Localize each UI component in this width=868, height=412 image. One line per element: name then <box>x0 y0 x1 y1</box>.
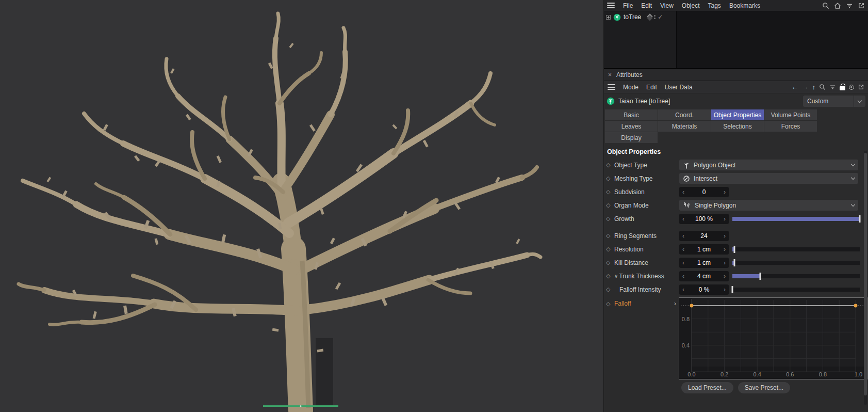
trunk-thickness-spinner[interactable]: ‹ 4 cm › <box>679 271 729 281</box>
attributes-hamburger-icon[interactable] <box>608 84 615 90</box>
key-diamond-icon[interactable]: ◇ <box>606 273 614 279</box>
lock-icon[interactable] <box>840 86 845 90</box>
resolution-slider-handle[interactable] <box>733 246 735 253</box>
spin-left-icon[interactable]: ‹ <box>682 215 684 223</box>
tab-volume-points[interactable]: Volume Points <box>764 109 817 120</box>
ring-segments-spinner[interactable]: ‹ 24 › <box>679 231 729 241</box>
tab-display[interactable]: Display <box>605 132 658 143</box>
submenu-arrow-icon[interactable]: › <box>674 299 676 307</box>
search-icon[interactable] <box>822 2 829 9</box>
attr-popout-icon[interactable] <box>858 84 864 90</box>
curve-point-start[interactable] <box>690 304 694 308</box>
expand-icon[interactable] <box>606 15 611 20</box>
menu-tags[interactable]: Tags <box>708 2 721 9</box>
filter-icon[interactable] <box>846 2 853 9</box>
layer-icon[interactable] <box>647 13 653 19</box>
tab-selections[interactable]: Selections <box>711 121 764 132</box>
growth-spinner[interactable]: ‹ 100 % › <box>679 214 729 224</box>
menu-mode[interactable]: Mode <box>623 84 638 91</box>
spin-right-icon[interactable]: › <box>724 232 726 240</box>
attr-filter-icon[interactable] <box>829 84 836 90</box>
object-manager-column-divider[interactable] <box>676 11 677 68</box>
enabled-check-icon[interactable]: ✓ <box>658 13 663 21</box>
kill-distance-spinner[interactable]: ‹ 1 cm › <box>679 258 729 268</box>
spin-left-icon[interactable]: ‹ <box>682 232 684 240</box>
menu-attr-edit[interactable]: Edit <box>646 84 657 91</box>
tab-leaves[interactable]: Leaves <box>605 121 658 132</box>
falloff-curve-editor[interactable]: 0.8 0.4 0.0 0.2 0.4 0.6 0.8 1.0 <box>679 297 867 379</box>
menu-view[interactable]: View <box>660 2 674 9</box>
falloff-intensity-value[interactable]: 0 % <box>699 286 710 293</box>
trunk-thickness-slider-handle[interactable] <box>760 273 761 280</box>
close-icon[interactable]: × <box>608 71 612 78</box>
menu-file[interactable]: File <box>623 2 633 9</box>
spin-left-icon[interactable]: ‹ <box>682 273 684 280</box>
falloff-intensity-slider[interactable] <box>732 288 860 292</box>
kill-distance-slider-handle[interactable] <box>733 259 735 266</box>
spin-right-icon[interactable]: › <box>724 259 726 266</box>
back-arrow-icon[interactable]: ← <box>792 83 798 91</box>
spin-right-icon[interactable]: › <box>724 246 726 253</box>
growth-value[interactable]: 100 % <box>695 215 713 223</box>
menu-edit[interactable]: Edit <box>641 2 652 9</box>
falloff-intensity-slider-handle[interactable] <box>732 286 733 293</box>
scrollbar-thumb[interactable] <box>864 153 867 395</box>
spin-right-icon[interactable]: › <box>724 215 726 223</box>
attr-search-icon[interactable] <box>819 84 826 90</box>
growth-slider[interactable] <box>732 217 860 221</box>
key-diamond-icon[interactable]: ◇ <box>606 215 614 222</box>
spin-right-icon[interactable]: › <box>724 286 726 293</box>
resolution-value[interactable]: 1 cm <box>697 246 711 253</box>
key-diamond-icon[interactable]: ◇ <box>606 300 614 307</box>
meshing-type-dropdown[interactable]: Intersect <box>679 173 858 184</box>
key-diamond-icon[interactable]: ◇ <box>606 259 614 266</box>
attributes-scrollbar[interactable] <box>864 151 867 405</box>
kill-distance-slider[interactable] <box>732 261 860 265</box>
viewport-3d[interactable] <box>0 0 603 412</box>
subdivision-spinner[interactable]: ‹ 0 › <box>679 187 729 197</box>
growth-slider-handle[interactable] <box>859 215 861 223</box>
tab-coord[interactable]: Coord. <box>658 109 711 120</box>
spin-right-icon[interactable]: › <box>724 273 726 280</box>
resolution-spinner[interactable]: ‹ 1 cm › <box>679 244 729 255</box>
curve-point-end[interactable] <box>854 304 858 308</box>
key-diamond-icon[interactable]: ◇ <box>606 202 614 209</box>
hamburger-menu-icon[interactable] <box>607 3 615 8</box>
spin-left-icon[interactable]: ‹ <box>682 286 684 293</box>
menu-user-data[interactable]: User Data <box>665 84 693 91</box>
key-diamond-icon[interactable]: ◇ <box>606 232 614 239</box>
spin-right-icon[interactable]: › <box>724 188 726 196</box>
spin-left-icon[interactable]: ‹ <box>682 188 684 196</box>
falloff-intensity-spinner[interactable]: ‹ 0 % › <box>679 284 729 295</box>
spin-left-icon[interactable]: ‹ <box>682 259 684 266</box>
menu-object[interactable]: Object <box>682 2 700 9</box>
tab-materials[interactable]: Materials <box>658 121 711 132</box>
spin-left-icon[interactable]: ‹ <box>682 246 684 253</box>
key-diamond-icon[interactable]: ◇ <box>606 286 614 293</box>
home-icon[interactable] <box>834 2 841 9</box>
preset-selector-dropdown[interactable]: Custom <box>803 96 865 107</box>
trunk-thickness-slider[interactable] <box>732 274 860 278</box>
resolution-slider[interactable] <box>732 247 860 251</box>
organ-mode-dropdown[interactable]: Single Polygon <box>679 200 858 211</box>
up-arrow-icon[interactable]: ↑ <box>812 83 816 91</box>
key-diamond-icon[interactable]: ◇ <box>606 162 614 168</box>
tab-object-properties[interactable]: Object Properties <box>711 109 764 120</box>
load-preset-button[interactable]: Load Preset... <box>681 382 733 393</box>
collapse-chevron-icon[interactable]: ∨ <box>614 273 618 279</box>
visibility-dots-icon[interactable] <box>654 15 656 19</box>
menu-bookmarks[interactable]: Bookmarks <box>729 2 760 9</box>
trunk-thickness-value[interactable]: 4 cm <box>697 273 711 280</box>
forward-arrow-icon[interactable]: → <box>802 83 809 91</box>
target-icon[interactable] <box>849 85 854 90</box>
object-type-dropdown[interactable]: Polygon Object <box>679 160 858 170</box>
kill-distance-value[interactable]: 1 cm <box>697 259 711 266</box>
key-diamond-icon[interactable]: ◇ <box>606 246 614 252</box>
ring-segments-value[interactable]: 24 <box>700 232 707 240</box>
save-preset-button[interactable]: Save Preset... <box>738 382 790 393</box>
tab-forces[interactable]: Forces <box>764 121 817 132</box>
object-tree-item-totree[interactable]: toTree ✓ <box>604 11 676 23</box>
key-diamond-icon[interactable]: ◇ <box>606 175 614 182</box>
subdivision-value[interactable]: 0 <box>702 188 706 196</box>
tab-basic[interactable]: Basic <box>605 109 658 120</box>
